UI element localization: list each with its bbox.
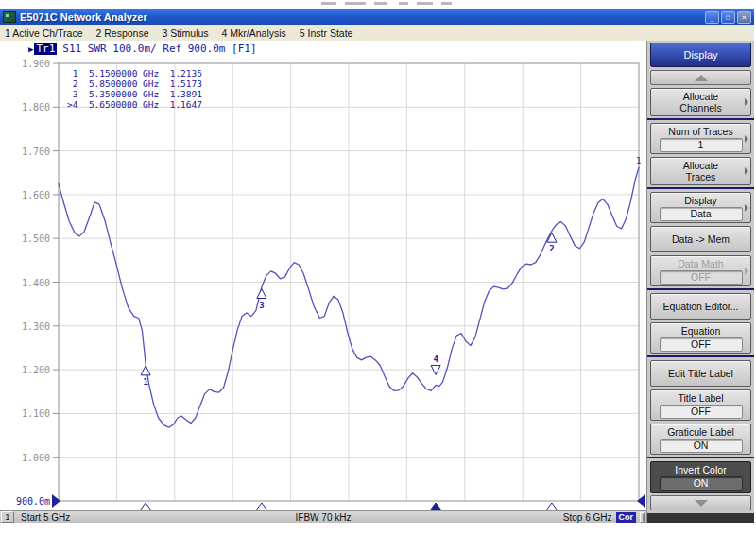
trace-badge[interactable]: Tr1 <box>34 43 57 55</box>
restore-button[interactable]: ❐ <box>721 11 735 24</box>
title-bar: E5071C Network Analyzer _ ❐ ✕ <box>0 9 754 25</box>
softkey-filler <box>647 513 754 523</box>
softkey-label: Invert Color <box>675 464 726 475</box>
softkey-allocate-traces[interactable]: AllocateTraces <box>650 157 751 185</box>
status-grip-icon <box>640 512 645 523</box>
trace-number-label: 1 <box>636 156 641 165</box>
softkey-separator <box>647 118 754 120</box>
marker-row-4: >4 5.6500000 GHz 1.1647 <box>67 99 202 110</box>
softkey-equation-editor[interactable]: Equation Editor... <box>650 293 751 320</box>
menu-bar: 1 Active Ch/Trace2 Response3 Stimulus4 M… <box>0 25 754 42</box>
menu-item-4-mkr-analysis[interactable]: 4 Mkr/Analysis <box>222 27 286 39</box>
marker-table: 1 5.1500000 GHz 1.2135 2 5.8500000 GHz 1… <box>67 68 202 110</box>
correction-badge: Cor <box>616 512 637 523</box>
softkey-menu: Display AllocateChannelsNum of Traces1Al… <box>646 41 754 523</box>
softkey-value: ON <box>660 476 743 491</box>
softkey-separator <box>647 457 754 458</box>
trace-status-line: ▶ Tr1 S11 SWR 100.0m/ Ref 900.0m [F1] <box>28 43 257 55</box>
softkey-separator <box>647 187 754 189</box>
softkey-label: Data -> Mem <box>672 233 730 245</box>
svg-text:1.900: 1.900 <box>22 59 50 69</box>
softkey-separator <box>647 355 754 357</box>
softkey-value: Data <box>660 207 743 221</box>
svg-text:1.600: 1.600 <box>22 190 50 200</box>
app-icon <box>3 11 16 23</box>
softkey-graticule-label[interactable]: Graticule LabelON <box>650 424 751 455</box>
softkey-value: OFF <box>660 270 743 285</box>
softkey-edit-title-label[interactable]: Edit Title Label <box>650 360 751 387</box>
svg-text:2: 2 <box>549 244 554 253</box>
submenu-arrow-icon <box>745 98 748 106</box>
svg-text:1.100: 1.100 <box>22 408 50 419</box>
submenu-arrow-icon <box>745 135 748 143</box>
cropped-text-artifact <box>321 2 558 7</box>
softkey-label: Equation Editor... <box>663 301 739 312</box>
ifbw-indicator: IFBW 70 kHz <box>0 512 646 523</box>
softkey-label: Channels <box>679 102 721 113</box>
softkey-invert-color[interactable]: Invert ColorON <box>650 461 751 493</box>
menu-item-5-instr-state[interactable]: 5 Instr State <box>300 27 353 39</box>
triangle-down-icon <box>695 500 708 507</box>
softkey-label: Num of Traces <box>668 126 732 137</box>
scroll-up-button[interactable] <box>650 70 751 85</box>
triangle-up-icon <box>695 75 708 81</box>
plot-area: 1.9001.8001.7001.6001.5001.4001.3001.200… <box>0 41 646 523</box>
trace-parameters: S11 SWR 100.0m/ Ref 900.0m [F1] <box>62 43 256 55</box>
svg-text:3: 3 <box>259 301 264 310</box>
svg-text:1.700: 1.700 <box>22 147 50 157</box>
svg-text:900.0m: 900.0m <box>16 496 50 507</box>
marker-2-stimulus-indicator <box>546 503 558 510</box>
status-bar: 1 Start 5 GHz IFBW 70 kHz Stop 6 GHz Cor <box>0 510 646 523</box>
marker-row-1: 1 5.1500000 GHz 1.2135 <box>67 68 202 78</box>
minimize-button[interactable]: _ <box>705 11 719 24</box>
submenu-arrow-icon <box>745 268 748 275</box>
scroll-down-button[interactable] <box>650 495 751 510</box>
marker-row-3: 3 5.3500000 GHz 1.3891 <box>67 89 202 99</box>
softkey-num-of-traces[interactable]: Num of Traces1 <box>650 123 751 154</box>
svg-text:1.500: 1.500 <box>22 233 50 244</box>
app-window: E5071C Network Analyzer _ ❐ ✕ 1 Active C… <box>0 9 754 523</box>
softkey-label: Allocate <box>683 160 718 171</box>
marker-1-stimulus-indicator <box>140 503 151 510</box>
softkey-value: 1 <box>660 138 743 152</box>
svg-text:4: 4 <box>433 354 438 364</box>
softkey-value: OFF <box>660 405 743 419</box>
softkey-title-label[interactable]: Title LabelOFF <box>650 389 751 421</box>
svg-text:1.000: 1.000 <box>22 453 50 463</box>
marker-3-stimulus-indicator <box>256 503 267 510</box>
analyzer-screen: 1.9001.8001.7001.6001.5001.4001.3001.200… <box>0 41 646 523</box>
softkey-label: Allocate <box>683 91 718 102</box>
svg-text:1.800: 1.800 <box>22 102 50 112</box>
marker-row-2: 2 5.8500000 GHz 1.5173 <box>67 78 202 89</box>
softkey-display[interactable]: DisplayData <box>650 192 751 223</box>
menu-item-1-active-ch-trace[interactable]: 1 Active Ch/Trace <box>5 27 82 39</box>
softkey-label: Traces <box>686 171 716 182</box>
softkey-data-math: Data MathOFF <box>650 255 751 286</box>
softkey-equation[interactable]: EquationOFF <box>650 322 751 354</box>
svg-text:1.300: 1.300 <box>22 321 50 332</box>
softkey-label: Data Math <box>678 258 723 269</box>
active-trace-pointer-icon: ▶ <box>28 44 33 54</box>
softkey-value: OFF <box>660 337 743 352</box>
softkey-label: Equation <box>681 325 720 337</box>
softkey-label: Edit Title Label <box>668 368 733 379</box>
close-button[interactable]: ✕ <box>737 11 751 24</box>
marker-4-stimulus-indicator <box>430 503 441 510</box>
softkey-value: ON <box>660 439 743 453</box>
softkey-menu-title: Display <box>650 43 751 67</box>
softkey-label: Graticule Label <box>667 426 734 438</box>
submenu-arrow-icon <box>745 167 748 175</box>
y-axis-labels: 1.9001.8001.7001.6001.5001.4001.3001.200… <box>16 59 59 507</box>
menu-item-3-stimulus[interactable]: 3 Stimulus <box>163 27 209 39</box>
softkey-separator <box>647 288 754 290</box>
stop-frequency: Stop 6 GHz <box>563 512 612 523</box>
screenshot-root: E5071C Network Analyzer _ ❐ ✕ 1 Active C… <box>0 0 756 536</box>
submenu-arrow-icon <box>745 204 748 212</box>
softkey-data-mem[interactable]: Data -> Mem <box>650 226 751 252</box>
svg-text:1.200: 1.200 <box>22 365 50 375</box>
softkey-label: Title Label <box>678 392 723 404</box>
svg-text:1: 1 <box>143 377 147 387</box>
softkey-allocate-channels[interactable]: AllocateChannels <box>650 88 751 116</box>
menu-item-2-response[interactable]: 2 Response <box>95 27 148 39</box>
svg-text:1.400: 1.400 <box>22 278 50 288</box>
